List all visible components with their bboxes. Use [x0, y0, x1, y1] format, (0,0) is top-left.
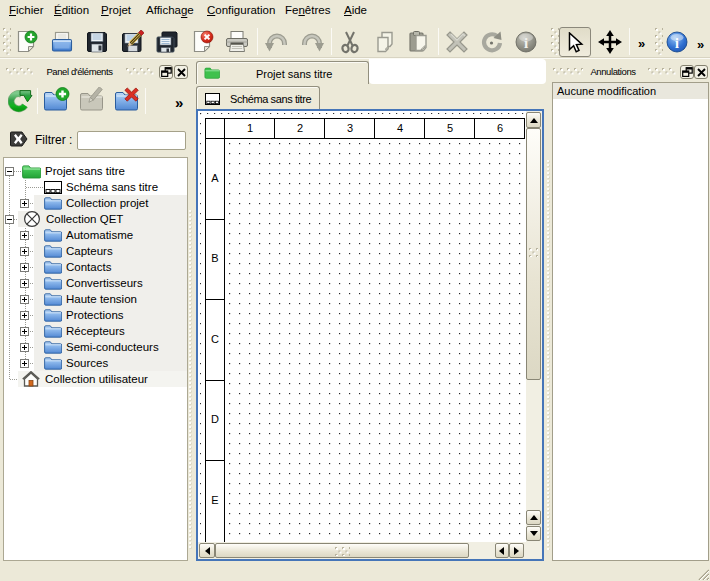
svg-text:i: i: [675, 36, 679, 51]
svg-text:i: i: [524, 35, 528, 51]
